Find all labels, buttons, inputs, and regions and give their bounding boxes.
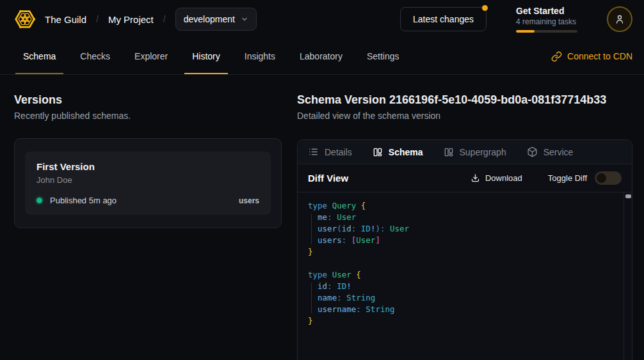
detail-tab-label: Supergraph xyxy=(460,147,506,157)
breadcrumb-org[interactable]: The Guild xyxy=(45,14,86,25)
toggle-diff-label: Toggle Diff xyxy=(548,173,587,183)
code-scrollbar-thumb[interactable] xyxy=(625,194,631,198)
version-detail-panel: Details Schema Supergr xyxy=(297,139,632,360)
download-icon xyxy=(471,173,480,183)
breadcrumb: The Guild / My Project / development xyxy=(45,8,257,31)
link-icon xyxy=(551,51,562,62)
detail-tab-supergraph[interactable]: Supergraph xyxy=(444,147,506,157)
versions-subtitle: Recently published schemas. xyxy=(14,110,282,121)
schema-version-title: Schema Version 2166196f-5e10-4059-bd0a-0… xyxy=(297,93,632,107)
indent-guide xyxy=(311,214,312,244)
breadcrumb-separator: / xyxy=(96,14,99,24)
tab-schema[interactable]: Schema xyxy=(15,38,63,74)
detail-tab-schema[interactable]: Schema xyxy=(373,147,423,157)
tab-checks[interactable]: Checks xyxy=(72,38,118,74)
tab-laboratory[interactable]: Laboratory xyxy=(292,38,350,74)
cube-icon xyxy=(527,146,538,157)
versions-title: Versions xyxy=(14,93,282,107)
user-avatar[interactable] xyxy=(607,6,632,32)
toggle-knob xyxy=(597,173,606,183)
code-lines: type Query { me: User user(id: ID!): Use… xyxy=(298,192,632,334)
detail-tab-label: Schema xyxy=(389,147,423,157)
schema-code-viewer: type Query { me: User user(id: ID!): Use… xyxy=(298,192,632,360)
latest-changes-button[interactable]: Latest changes xyxy=(400,7,487,31)
columns-icon xyxy=(444,147,454,157)
columns-icon xyxy=(373,147,383,157)
breadcrumb-separator: / xyxy=(163,14,166,24)
diff-view-title: Diff View xyxy=(308,173,348,184)
diff-actions: Download Toggle Diff xyxy=(471,171,622,185)
detail-tab-bar: Details Schema Supergr xyxy=(298,140,632,164)
detail-tab-label: Details xyxy=(325,147,352,157)
main-content: Versions Recently published schemas. Fir… xyxy=(0,75,644,360)
version-detail-column: Schema Version 2166196f-5e10-4059-bd0a-0… xyxy=(297,93,632,360)
tab-insights[interactable]: Insights xyxy=(237,38,283,74)
versions-list-card: First Version John Doe Published 5m ago … xyxy=(14,138,282,228)
get-started-title: Get Started xyxy=(516,6,577,16)
version-meta-row: Published 5m ago users xyxy=(36,196,259,205)
download-label: Download xyxy=(485,173,522,183)
toggle-diff-group: Toggle Diff xyxy=(548,171,622,185)
breadcrumb-project[interactable]: My Project xyxy=(108,14,154,25)
tab-settings[interactable]: Settings xyxy=(359,38,407,74)
get-started-progress xyxy=(516,30,577,33)
indent-guide xyxy=(311,283,312,313)
versions-column: Versions Recently published schemas. Fir… xyxy=(14,93,282,360)
person-icon xyxy=(614,13,625,25)
connect-to-cdn-label: Connect to CDN xyxy=(567,51,632,61)
latest-changes-label: Latest changes xyxy=(413,14,474,24)
target-selector-value: development xyxy=(184,14,235,24)
detail-tab-details[interactable]: Details xyxy=(308,146,352,157)
target-nav: Schema Checks Explorer History Insights … xyxy=(0,38,644,75)
connect-to-cdn-link[interactable]: Connect to CDN xyxy=(551,38,632,74)
get-started-subtitle: 4 remaining tasks xyxy=(516,17,577,26)
toggle-diff-switch[interactable] xyxy=(595,171,622,185)
chevron-down-icon xyxy=(241,15,248,23)
hive-logo-icon[interactable] xyxy=(13,7,37,31)
detail-tab-service[interactable]: Service xyxy=(527,146,574,157)
version-list-item[interactable]: First Version John Doe Published 5m ago … xyxy=(25,152,271,215)
download-button[interactable]: Download xyxy=(471,173,522,183)
schema-version-subtitle: Detailed view of the schema version xyxy=(297,110,632,121)
top-header: The Guild / My Project / development Lat… xyxy=(0,0,644,38)
get-started-widget[interactable]: Get Started 4 remaining tasks xyxy=(516,6,577,33)
tab-history[interactable]: History xyxy=(184,38,228,74)
tab-explorer[interactable]: Explorer xyxy=(127,38,175,74)
get-started-progress-fill xyxy=(516,30,535,33)
detail-tab-label: Service xyxy=(543,147,574,157)
notification-dot xyxy=(482,5,488,11)
version-status: Published 5m ago xyxy=(50,196,117,205)
version-title: First Version xyxy=(36,161,259,172)
code-scrollbar-track[interactable] xyxy=(624,192,632,360)
diff-view-toolbar: Diff View Download Toggle Diff xyxy=(298,164,632,192)
service-badge: users xyxy=(239,196,259,205)
list-icon xyxy=(308,146,319,157)
header-right-group: Latest changes Get Started 4 remaining t… xyxy=(400,6,632,33)
target-selector[interactable]: development xyxy=(175,8,257,31)
version-author: John Doe xyxy=(36,175,259,185)
published-status-dot xyxy=(36,198,42,203)
